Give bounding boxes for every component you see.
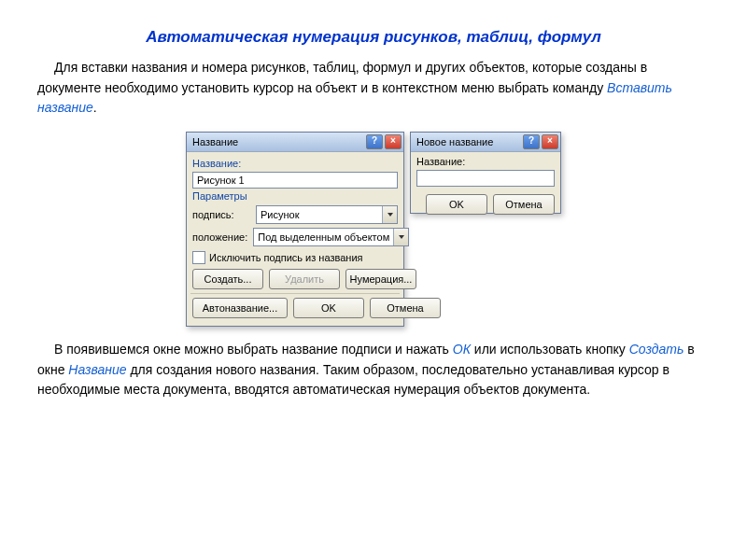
- field-label: Название:: [192, 158, 398, 169]
- field-label: Название:: [416, 156, 555, 167]
- intro-text-tail: .: [93, 100, 97, 115]
- close-icon[interactable]: ×: [542, 134, 558, 149]
- close-icon[interactable]: ×: [385, 134, 402, 149]
- help-button[interactable]: ?: [523, 134, 540, 149]
- caption-combo[interactable]: Рисунок: [256, 205, 398, 224]
- separator: [190, 293, 400, 294]
- cancel-button[interactable]: Отмена: [370, 298, 441, 318]
- position-combo-value: Под выделенным объектом: [254, 231, 393, 243]
- page-title: Автоматическая нумерация рисунков, табли…: [37, 28, 710, 47]
- intro-paragraph: Для вставки названия и номера рисунков, …: [37, 58, 710, 119]
- exclude-label: Исключить подпись из названия: [209, 252, 362, 263]
- outro-text: В появившемся окне можно выбрать названи…: [54, 342, 453, 357]
- cancel-button[interactable]: Отмена: [493, 194, 555, 215]
- delete-button[interactable]: Удалить: [269, 269, 340, 289]
- create-button[interactable]: Создать...: [192, 269, 263, 289]
- intro-text: Для вставки названия и номера рисунков, …: [37, 60, 647, 95]
- chevron-down-icon[interactable]: [393, 229, 408, 245]
- ok-ref: ОК: [453, 342, 471, 357]
- caption-input[interactable]: [192, 172, 398, 189]
- autoname-button[interactable]: Автоназвание...: [192, 298, 288, 318]
- caption-dialog: Название ? × Название: Параметры подпись…: [186, 132, 404, 327]
- position-row-label: положение:: [192, 231, 247, 243]
- new-caption-input[interactable]: [416, 170, 555, 187]
- position-combo[interactable]: Под выделенным объектом: [253, 228, 409, 246]
- create-ref: Создать: [629, 342, 684, 357]
- exclude-checkbox[interactable]: [192, 251, 205, 264]
- outro-text-tail: для создания нового названия. Таким обра…: [37, 362, 669, 398]
- ok-button[interactable]: OK: [426, 194, 487, 215]
- new-caption-dialog: Новое название ? × Название: OK Отмена: [410, 132, 561, 214]
- outro-text: или использовать кнопку: [471, 342, 629, 357]
- ok-button[interactable]: OK: [293, 298, 364, 318]
- caption-combo-value: Рисунок: [257, 209, 382, 220]
- chevron-down-icon[interactable]: [382, 206, 397, 223]
- titlebar: Название ? ×: [187, 133, 403, 152]
- outro-paragraph: В появившемся окне можно выбрать названи…: [37, 340, 710, 400]
- numbering-button[interactable]: Нумерация...: [345, 269, 416, 289]
- caption-row-label: подпись:: [192, 209, 250, 220]
- dialog-title: Название: [192, 136, 238, 147]
- dialog-screenshots: Название ? × Название: Параметры подпись…: [37, 132, 710, 327]
- titlebar: Новое название ? ×: [411, 133, 560, 152]
- window-ref: Название: [68, 362, 126, 377]
- help-button[interactable]: ?: [366, 134, 383, 149]
- dialog-title: Новое название: [416, 136, 493, 147]
- params-label: Параметры: [192, 190, 398, 202]
